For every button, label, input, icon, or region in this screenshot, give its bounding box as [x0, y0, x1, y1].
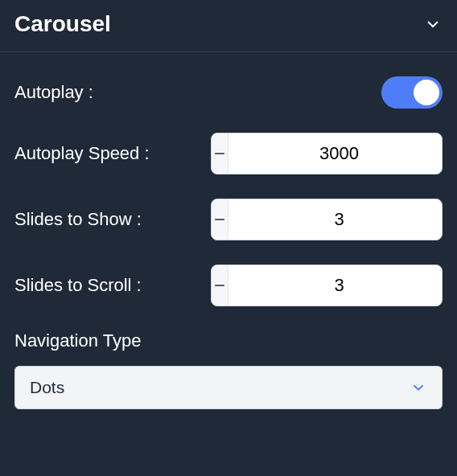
slides-to-show-label: Slides to Show : — [14, 209, 142, 230]
toggle-knob — [414, 80, 439, 105]
minus-icon — [212, 277, 228, 293]
autoplay-row: Autoplay : — [14, 76, 443, 109]
decrement-button[interactable] — [212, 133, 228, 174]
autoplay-speed-input[interactable] — [228, 133, 443, 174]
navigation-type-select[interactable]: Dots — [14, 366, 443, 409]
panel-header[interactable]: Carousel — [0, 0, 457, 52]
panel-title: Carousel — [14, 11, 111, 37]
navigation-type-value: Dots — [30, 378, 64, 397]
autoplay-speed-stepper — [211, 133, 443, 174]
minus-icon — [212, 146, 228, 162]
autoplay-toggle[interactable] — [381, 76, 443, 109]
slides-to-scroll-row: Slides to Scroll : — [14, 265, 443, 306]
panel-body: Autoplay : Autoplay Speed : Slides to Sh… — [0, 52, 457, 424]
chevron-down-icon[interactable] — [423, 14, 443, 34]
decrement-button[interactable] — [212, 199, 228, 240]
minus-icon — [212, 211, 228, 228]
autoplay-speed-label: Autoplay Speed : — [14, 143, 150, 164]
autoplay-speed-row: Autoplay Speed : — [14, 133, 443, 174]
slides-to-scroll-input[interactable] — [228, 265, 443, 306]
slides-to-scroll-label: Slides to Scroll : — [14, 275, 142, 296]
slides-to-show-stepper — [211, 199, 443, 240]
slides-to-show-input[interactable] — [228, 199, 443, 240]
navigation-type-label: Navigation Type — [14, 330, 443, 351]
autoplay-label: Autoplay : — [14, 82, 93, 103]
decrement-button[interactable] — [212, 265, 228, 306]
slides-to-show-row: Slides to Show : — [14, 199, 443, 240]
chevron-down-icon — [410, 379, 427, 396]
slides-to-scroll-stepper — [211, 265, 443, 306]
